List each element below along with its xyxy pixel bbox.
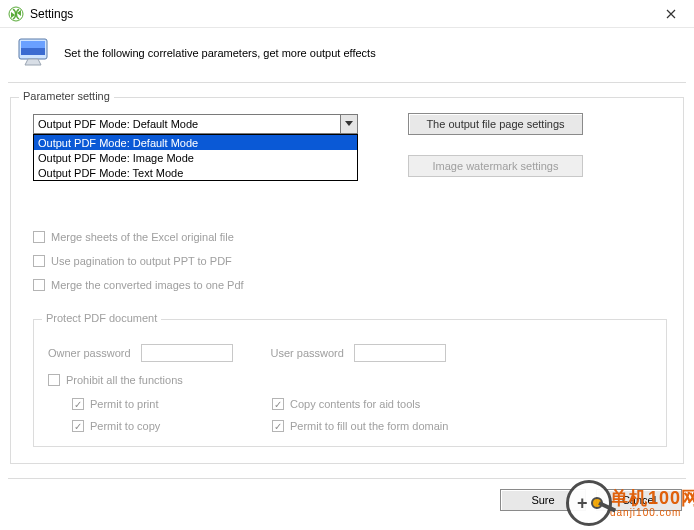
page-settings-button[interactable]: The output file page settings: [408, 113, 583, 135]
option-image-mode[interactable]: Output PDF Mode: Image Mode: [34, 150, 357, 165]
merge-excel-label: Merge sheets of the Excel original file: [51, 231, 234, 243]
pagination-ppt-checkbox[interactable]: [33, 255, 45, 267]
button-label: The output file page settings: [426, 118, 564, 130]
dropdown-button[interactable]: [340, 115, 357, 133]
svg-rect-3: [21, 41, 45, 48]
window-title: Settings: [30, 7, 73, 21]
output-mode-combobox[interactable]: Output PDF Mode: Default Mode: [33, 114, 358, 134]
button-label: Cancel: [622, 494, 656, 506]
option-default-mode[interactable]: Output PDF Mode: Default Mode: [34, 135, 357, 150]
prohibit-label: Prohibit all the functions: [66, 374, 183, 386]
copy-aid-label: Copy contents for aid tools: [290, 398, 420, 410]
parameter-group-label: Parameter setting: [19, 90, 114, 102]
cancel-button[interactable]: Cancel: [596, 489, 682, 511]
close-icon: [666, 9, 676, 19]
app-icon: [8, 6, 24, 22]
copy-aid-checkbox[interactable]: ✓: [272, 398, 284, 410]
pagination-ppt-label: Use pagination to output PPT to PDF: [51, 255, 232, 267]
permit-fill-form-checkbox[interactable]: ✓: [272, 420, 284, 432]
combobox-text: Output PDF Mode: Default Mode: [38, 118, 198, 130]
permit-print-checkbox[interactable]: ✓: [72, 398, 84, 410]
user-password-input[interactable]: [354, 344, 446, 362]
header: Set the following correlative parameters…: [0, 28, 694, 82]
user-password-label: User password: [271, 347, 344, 359]
owner-password-input[interactable]: [141, 344, 233, 362]
watermark-settings-button[interactable]: Image watermark settings: [408, 155, 583, 177]
permit-copy-checkbox[interactable]: ✓: [72, 420, 84, 432]
permit-copy-label: Permit to copy: [90, 420, 160, 432]
sure-button[interactable]: Sure: [500, 489, 586, 511]
permit-print-label: Permit to print: [90, 398, 158, 410]
button-label: Sure: [531, 494, 554, 506]
header-text: Set the following correlative parameters…: [64, 47, 376, 59]
protect-group-label: Protect PDF document: [42, 312, 161, 324]
merge-excel-checkbox[interactable]: [33, 231, 45, 243]
titlebar: Settings: [0, 0, 694, 28]
prohibit-checkbox[interactable]: [48, 374, 60, 386]
permit-fill-form-label: Permit to fill out the form domain: [290, 420, 448, 432]
output-mode-dropdown: Output PDF Mode: Default Mode Output PDF…: [33, 134, 358, 181]
option-text-mode[interactable]: Output PDF Mode: Text Mode: [34, 165, 357, 180]
button-label: Image watermark settings: [433, 160, 559, 172]
chevron-down-icon: [345, 121, 353, 127]
parameter-groupbox: Parameter setting Output PDF Mode: Defau…: [10, 97, 684, 464]
protect-groupbox: Protect PDF document Owner password User…: [33, 319, 667, 447]
merge-images-label: Merge the converted images to one Pdf: [51, 279, 244, 291]
monitor-icon: [18, 38, 50, 68]
dialog-buttons: Sure Cancel: [0, 479, 694, 521]
owner-password-label: Owner password: [48, 347, 131, 359]
close-button[interactable]: [656, 0, 686, 28]
merge-images-checkbox[interactable]: [33, 279, 45, 291]
